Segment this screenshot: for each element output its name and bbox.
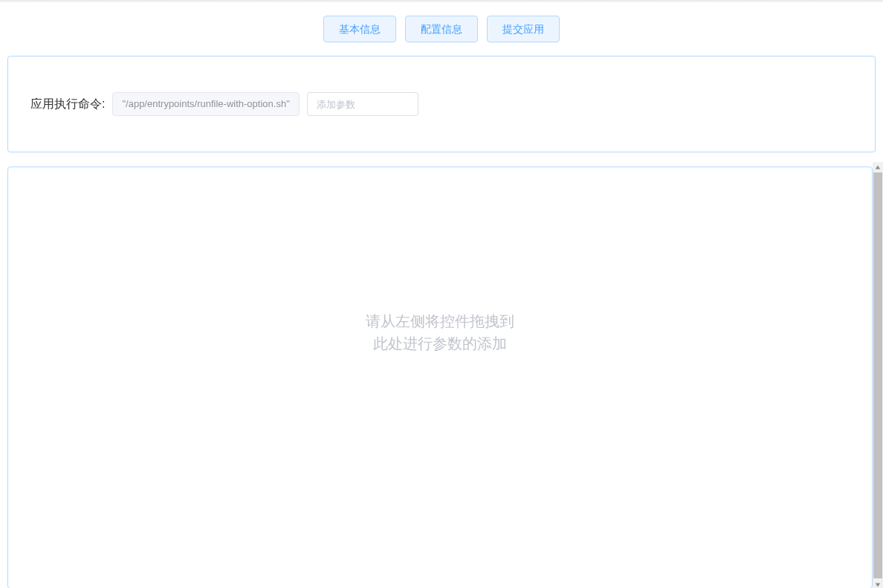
tab-submit-app[interactable]: 提交应用 <box>487 16 560 42</box>
command-row: 应用执行命令: "/app/entrypoints/runfile-with-o… <box>30 92 853 116</box>
drop-zone[interactable]: 请从左侧将控件拖拽到 此处进行参数的添加 <box>7 167 873 588</box>
tab-config-info[interactable]: 配置信息 <box>405 16 478 42</box>
scrollbar-up-arrow[interactable] <box>873 162 883 172</box>
scrollbar-track[interactable] <box>873 162 883 588</box>
tab-basic-info[interactable]: 基本信息 <box>323 16 396 42</box>
command-value-display: "/app/entrypoints/runfile-with-option.sh… <box>112 92 299 116</box>
tabs-row: 基本信息 配置信息 提交应用 <box>0 2 883 56</box>
lower-section: 请从左侧将控件拖拽到 此处进行参数的添加 <box>0 162 883 588</box>
chevron-down-icon <box>875 582 881 588</box>
scrollbar-thumb[interactable] <box>873 172 882 578</box>
add-param-input[interactable] <box>307 92 418 116</box>
drop-placeholder-line1: 请从左侧将控件拖拽到 <box>366 310 514 332</box>
command-card: 应用执行命令: "/app/entrypoints/runfile-with-o… <box>7 56 876 152</box>
command-label: 应用执行命令: <box>30 97 105 112</box>
drop-placeholder-text: 请从左侧将控件拖拽到 此处进行参数的添加 <box>366 310 514 355</box>
scrollbar-down-arrow[interactable] <box>873 580 883 588</box>
drop-placeholder-line2: 此处进行参数的添加 <box>366 332 514 355</box>
chevron-up-icon <box>875 164 881 170</box>
